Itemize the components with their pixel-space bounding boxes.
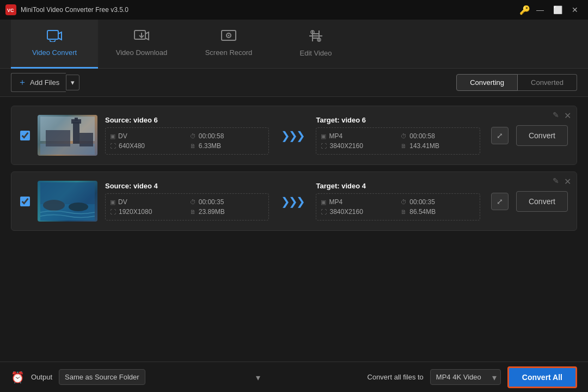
restore-button[interactable]: ⬜ (550, 3, 565, 16)
svg-text:VC: VC (7, 8, 14, 13)
source-block-video6: Source: video 6 ▣ DV ⏱ 00:00:58 ⛶ 640X48… (105, 116, 269, 155)
title-text: MiniTool Video Converter Free v3.5.0 (21, 6, 128, 14)
source-meta-video4: ▣ DV ⏱ 00:00:35 ⛶ 1920X1080 🗎 23.89MB (105, 193, 269, 220)
nav-item-screen-record[interactable]: Screen Record (185, 20, 272, 69)
target-meta-video4: ▣ MP4 ⏱ 00:00:35 ⛶ 3840X2160 🗎 86.54MB (316, 193, 480, 220)
file-card-video4-checkbox[interactable] (20, 197, 30, 206)
t-size-val2: 86.54MB (409, 208, 436, 216)
svg-rect-3 (134, 30, 145, 39)
s-format-val2: DV (118, 198, 127, 206)
source-format-video4: ▣ DV (110, 198, 185, 206)
s-resolution-val2: 1920X1080 (119, 208, 152, 216)
minimize-button[interactable]: — (532, 3, 548, 16)
target-resolution-video4: ⛶ 3840X2160 (321, 208, 395, 216)
target-label2: Target: (316, 182, 341, 190)
file-card-video6: Source: video 6 ▣ DV ⏱ 00:00:58 ⛶ 640X48… (11, 106, 577, 165)
target-format-icon: ▣ (321, 133, 326, 140)
target-size-video6: 🗎 143.41MB (401, 142, 475, 150)
source-duration-video6: ⏱ 00:00:58 (190, 132, 265, 140)
screen-record-icon (221, 30, 236, 45)
target-settings-btn-video6[interactable]: ⤢ (491, 127, 509, 144)
add-files-plus-icon: ＋ (18, 77, 27, 88)
tab-converting[interactable]: Converting (456, 74, 518, 91)
target-format-video6: ▣ MP4 (321, 132, 395, 140)
title-bar-right: 🔑 — ⬜ ✕ (519, 3, 583, 16)
nav-item-edit-video[interactable]: Edit Video (272, 20, 359, 69)
nav-item-video-download[interactable]: Video Download (98, 20, 185, 69)
target-duration-val: 00:00:58 (409, 132, 435, 140)
source-name-video4: video 4 (133, 182, 158, 190)
nav-label-screen-record: Screen Record (205, 48, 253, 57)
thumbnail-video6 (38, 115, 97, 156)
target-settings-btn-video4[interactable]: ⤢ (491, 193, 509, 210)
target-title-video4: Target: video 4 (316, 182, 480, 190)
source-duration-video4: ⏱ 00:00:35 (190, 198, 265, 206)
convert-btn-video6[interactable]: Convert (516, 125, 568, 146)
target-size-video4: 🗎 86.54MB (401, 208, 475, 216)
s-duration-icon2: ⏱ (190, 199, 196, 205)
edit-video-icon (308, 29, 323, 46)
arrow-block-2: ❯❯❯ (277, 195, 308, 208)
target-name-video6: video 6 (341, 116, 366, 124)
source-label: Source: (105, 116, 133, 124)
t-format-icon2: ▣ (321, 199, 326, 206)
convert-all-button[interactable]: Convert All (507, 366, 577, 388)
format-icon: ▣ (110, 133, 115, 140)
t-size-icon2: 🗎 (401, 209, 407, 215)
add-files-btn[interactable]: ＋ Add Files ▾ (11, 73, 79, 92)
arrow-block-1: ❯❯❯ (277, 129, 308, 142)
add-files-dropdown-button[interactable]: ▾ (66, 75, 79, 90)
nav-label-edit-video: Edit Video (299, 49, 332, 57)
convert-arrows2: ❯❯❯ (281, 195, 304, 208)
add-files-main-button[interactable]: ＋ Add Files (11, 73, 66, 92)
t-duration-icon2: ⏱ (401, 199, 407, 205)
t-resolution-icon2: ⛶ (321, 209, 327, 215)
format-select[interactable]: MP4 4K Video (430, 369, 501, 385)
s-size-icon2: 🗎 (190, 209, 196, 215)
video-convert-icon (47, 30, 62, 45)
file-card-video6-checkbox[interactable] (20, 131, 30, 140)
source-resolution-val: 640X480 (119, 142, 145, 150)
target-block-video6: Target: video 6 ▣ MP4 ⏱ 00:00:58 ⛶ 3840X… (316, 116, 480, 155)
nav-item-video-convert[interactable]: Video Convert (11, 20, 98, 69)
s-duration-val2: 00:00:35 (199, 198, 224, 206)
duration-icon: ⏱ (190, 133, 196, 139)
s-resolution-icon2: ⛶ (110, 209, 116, 215)
svg-rect-16 (46, 130, 70, 146)
source-size-video6: 🗎 6.33MB (190, 142, 265, 150)
convert-arrows: ❯❯❯ (281, 129, 304, 142)
source-resolution-video6: ⛶ 640X480 (110, 142, 185, 150)
thumbnail-video4 (38, 181, 97, 222)
svg-point-22 (69, 203, 88, 211)
target-label: Target: (316, 116, 341, 124)
format-select-wrapper: MP4 4K Video (430, 369, 501, 385)
source-resolution-video4: ⛶ 1920X1080 (110, 208, 185, 216)
close-button[interactable]: ✕ (567, 3, 583, 16)
edit-card-btn-video6[interactable]: ✎ (553, 111, 559, 119)
nav-label-video-convert: Video Convert (32, 48, 77, 57)
toolbar: ＋ Add Files ▾ Converting Converted (0, 69, 588, 97)
edit-card-btn-video4[interactable]: ✎ (553, 176, 559, 185)
convert-btn-video4[interactable]: Convert (516, 191, 568, 212)
target-resolution-icon: ⛶ (321, 143, 327, 149)
tab-converted[interactable]: Converted (518, 74, 577, 91)
svg-rect-13 (73, 122, 79, 144)
svg-rect-17 (79, 133, 93, 146)
source-size-val: 6.33MB (199, 142, 221, 150)
nav-label-video-download: Video Download (116, 48, 167, 57)
source-size-video4: 🗎 23.89MB (190, 208, 265, 216)
source-name-video6: video 6 (133, 116, 158, 124)
close-card-btn-video4[interactable]: ✕ (564, 176, 571, 187)
file-card-video4: Source: video 4 ▣ DV ⏱ 00:00:35 ⛶ 1920X1… (11, 171, 577, 231)
target-resolution-val: 3840X2160 (329, 142, 363, 150)
close-card-btn-video6[interactable]: ✕ (564, 111, 571, 121)
source-block-video4: Source: video 4 ▣ DV ⏱ 00:00:35 ⛶ 1920X1… (105, 182, 269, 220)
output-path-select[interactable]: Same as Source Folder (59, 369, 145, 385)
target-resolution-video6: ⛶ 3840X2160 (321, 142, 395, 150)
source-format-val: DV (118, 132, 127, 140)
output-label: Output (31, 373, 52, 381)
svg-rect-2 (47, 30, 58, 39)
output-clock-icon: ⏰ (11, 371, 24, 384)
t-resolution-val2: 3840X2160 (329, 208, 363, 216)
t-format-val2: MP4 (329, 198, 342, 206)
